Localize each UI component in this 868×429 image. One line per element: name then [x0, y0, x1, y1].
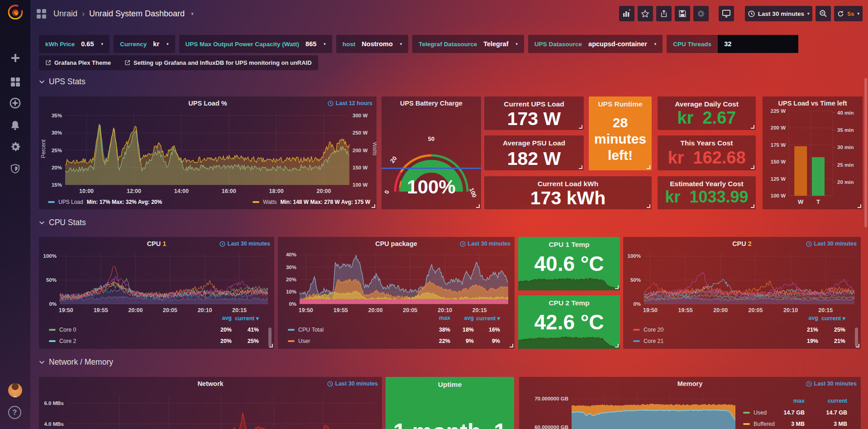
panel-time-range[interactable]: Last 30 minutes — [219, 241, 270, 247]
legend-column-current[interactable]: current ▾ — [476, 315, 500, 322]
variable-value[interactable]: 0.65 — [81, 40, 94, 48]
settings-button[interactable] — [693, 6, 709, 21]
variable-value[interactable]: apcupsd-container — [588, 40, 647, 48]
panel-resize-handle[interactable] — [372, 204, 375, 208]
share-button[interactable] — [656, 6, 672, 21]
battery-gauge[interactable]: 50200100100% — [382, 125, 481, 202]
panel-resize-handle[interactable] — [269, 344, 273, 347]
panel-time-range[interactable]: Last 30 minutes — [806, 241, 857, 247]
panel-time-range[interactable]: Last 30 minutes — [806, 381, 857, 387]
page-scrollbar-thumb[interactable] — [864, 78, 867, 227]
variable-value[interactable]: Telegraf — [483, 40, 508, 48]
variable-telegraf-datasource[interactable]: Telegraf DatasourceTelegraf▾ — [412, 35, 524, 53]
panel-title[interactable]: UPS Load % — [39, 100, 377, 107]
user-avatar[interactable] — [8, 383, 22, 397]
legend-series-name[interactable]: User — [298, 338, 310, 344]
ups-load-time-left-bars[interactable]: 225 W200 W175 W150 W125 W100 W40 min35 m… — [763, 96, 863, 209]
panel-title[interactable]: UPS Load vs Time left — [763, 100, 863, 107]
stat-title[interactable]: Current Load kWh — [484, 180, 652, 188]
legend-column-avg[interactable]: avg — [808, 315, 818, 321]
stat-title[interactable]: Average Daily Cost — [658, 100, 756, 108]
time-range-picker[interactable]: Last 30 minutes ▾ — [745, 6, 813, 21]
panel-resize-handle[interactable] — [856, 344, 859, 347]
panel-resize-handle[interactable] — [579, 125, 582, 129]
sidebar-dashboards-icon[interactable] — [0, 72, 30, 91]
sidebar-server-admin-icon[interactable] — [0, 159, 30, 178]
variable-host[interactable]: hostNostromo▾ — [336, 35, 409, 53]
variable-ups-max-output-power-capacity-watt-[interactable]: UPS Max Output Power Capacity (Watt)865▾ — [179, 35, 332, 53]
panel-resize-handle[interactable] — [579, 165, 582, 169]
stat-title[interactable]: CPU 1 Temp — [518, 241, 620, 249]
variable-currency[interactable]: Currencykr▾ — [114, 35, 175, 53]
grafana-logo-icon[interactable] — [6, 3, 25, 22]
stat-title[interactable]: Uptime — [386, 381, 514, 389]
panel-resize-handle[interactable] — [476, 204, 480, 208]
stat-title[interactable]: Average PSU Load — [484, 139, 584, 147]
add-panel-button[interactable] — [619, 6, 634, 21]
legend-series-name[interactable]: Core 20 — [644, 327, 663, 333]
stat-title[interactable]: CPU 2 Temp — [518, 299, 620, 307]
variable-kwh-price[interactable]: kWh Price0.65▾ — [39, 35, 110, 53]
stat-title[interactable]: This Years Cost — [658, 139, 756, 147]
legend-column-avg[interactable]: avg — [464, 315, 474, 321]
help-icon[interactable]: ? — [8, 406, 21, 419]
section-header-ups-stats[interactable]: UPS Stats — [39, 77, 86, 87]
panel-resize-handle[interactable] — [510, 344, 513, 347]
panel-resize-handle[interactable] — [858, 204, 861, 208]
chevron-down-icon[interactable]: ▾ — [191, 11, 194, 17]
sidebar-explore-icon[interactable] — [0, 94, 30, 112]
panel-resize-handle[interactable] — [647, 165, 650, 169]
refresh-picker[interactable]: 5s ▾ — [834, 6, 863, 21]
legend-column-current[interactable]: current ▾ — [821, 315, 845, 322]
legend-series-name[interactable]: Used — [754, 410, 767, 416]
legend-column-max[interactable]: max — [439, 315, 450, 321]
legend-column-current[interactable]: current ▾ — [235, 315, 259, 322]
variable-ups-datasource[interactable]: UPS Datasourceapcupsd-container▾ — [528, 35, 663, 53]
svg-text:100 W: 100 W — [771, 193, 786, 198]
section-header-network-memory[interactable]: Network / Memory — [39, 357, 113, 367]
panel-time-range[interactable]: Last 12 hours — [328, 100, 372, 106]
panel-resize-handle[interactable] — [751, 125, 754, 129]
legend-series-name[interactable]: Watts — [263, 199, 277, 205]
legend-series-name[interactable]: Core 21 — [644, 338, 663, 344]
cycle-view-button[interactable] — [719, 6, 734, 21]
legend-series-name[interactable]: UPS Load — [58, 199, 83, 205]
ups-load-chart[interactable]: 10:0012:0014:0016:0018:0020:0035%30%25%2… — [39, 96, 377, 209]
legend-column-max[interactable]: max — [793, 398, 805, 404]
zoom-out-button[interactable] — [816, 6, 831, 21]
save-button[interactable] — [675, 6, 690, 21]
sidebar-configuration-icon[interactable] — [0, 138, 30, 156]
panel-resize-handle[interactable] — [647, 204, 650, 208]
variable-value[interactable]: kr — [153, 40, 159, 48]
stat-title[interactable]: Current UPS Load — [484, 100, 584, 108]
legend-value: 14.7 GB — [826, 410, 847, 416]
sidebar-create-icon[interactable] — [0, 49, 30, 67]
panel-time-range[interactable]: Last 30 minutes — [327, 381, 378, 387]
variable-value[interactable]: Nostromo — [362, 40, 392, 48]
panel-resize-handle[interactable] — [751, 165, 754, 169]
panel-resize-handle[interactable] — [615, 285, 619, 289]
legend-column-avg[interactable]: avg — [222, 315, 232, 321]
panel-time-range[interactable]: Last 30 minutes — [460, 241, 510, 247]
panel-resize-handle[interactable] — [751, 204, 754, 208]
stat-title[interactable]: UPS Runtime — [589, 100, 652, 108]
dashboard-link[interactable]: Setting up Grafana and InfluxDB for UPS … — [124, 59, 312, 66]
stat-title[interactable]: Estimated Yearly Cost — [658, 180, 756, 188]
sidebar-alerting-icon[interactable] — [0, 116, 30, 134]
legend-series-name[interactable]: Core 2 — [59, 338, 76, 344]
legend-column-current[interactable]: current — [828, 398, 847, 404]
svg-text:19:55: 19:55 — [678, 307, 693, 313]
panel-resize-handle[interactable] — [615, 344, 619, 347]
dashboard-link[interactable]: Grafana Plex Theme — [45, 59, 111, 66]
variable-input[interactable]: 32 — [718, 35, 798, 53]
variable-cpu-threads[interactable]: CPU Threads32 — [667, 35, 798, 53]
legend-series-name[interactable]: CPU Total — [298, 327, 324, 333]
breadcrumb-root[interactable]: Unraid — [53, 9, 77, 19]
panel-title[interactable]: UPS Battery Charge — [382, 100, 481, 107]
section-header-cpu-stats[interactable]: CPU Stats — [39, 218, 86, 227]
legend-series-name[interactable]: Core 0 — [59, 327, 76, 333]
variable-value[interactable]: 865 — [305, 40, 316, 48]
star-button[interactable] — [638, 6, 653, 21]
breadcrumb-current[interactable]: Unraid System Dashboard — [89, 9, 185, 19]
legend-series-name[interactable]: Buffered — [754, 421, 775, 427]
